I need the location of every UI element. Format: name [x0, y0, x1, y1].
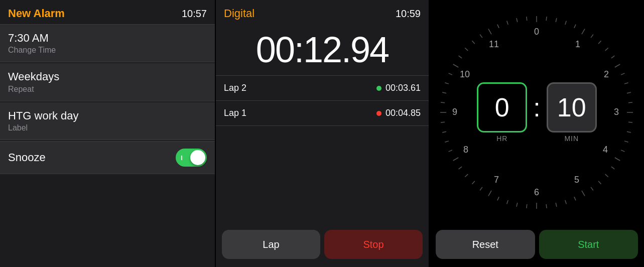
lap-2-label: Lap 2	[224, 83, 246, 93]
svg-text:5: 5	[574, 175, 579, 185]
lap-1-time: 00:04.85	[385, 108, 421, 118]
svg-text:4: 4	[603, 145, 608, 155]
svg-line-20	[615, 158, 620, 161]
svg-line-14	[628, 102, 632, 103]
alarm-panel: New Alarm 10:57 7:30 AM Change Time Week…	[0, 0, 215, 267]
toggle-i-label: I	[181, 154, 183, 162]
svg-line-41	[449, 150, 452, 152]
alarm-repeat-row[interactable]: Weekdays Repeat	[0, 63, 215, 101]
svg-line-50	[453, 64, 458, 67]
alarm-label-sub: Label	[8, 123, 207, 132]
svg-line-26	[574, 197, 576, 200]
svg-text:8: 8	[463, 145, 468, 155]
alarm-repeat-value: Weekdays	[8, 70, 207, 83]
svg-line-34	[497, 197, 499, 200]
svg-line-35	[488, 191, 491, 196]
alarm-rows: 7:30 AM Change Time Weekdays Repeat HTG …	[0, 24, 215, 174]
svg-line-44	[441, 122, 445, 122]
svg-text:7: 7	[494, 175, 499, 185]
svg-line-58	[517, 18, 518, 22]
svg-line-36	[480, 187, 482, 190]
start-button[interactable]: Start	[539, 230, 638, 259]
svg-line-55	[488, 29, 491, 34]
lap-row-2: Lap 2 00:03.61	[216, 76, 429, 101]
timer-hr-inner: 0	[477, 82, 527, 132]
svg-line-56	[497, 25, 499, 28]
timer-dial: 0 1 2 3 4 5 6 7 8 9 10 11 0 HR : 10	[430, 0, 644, 225]
svg-text:11: 11	[489, 39, 499, 49]
svg-text:0: 0	[534, 27, 539, 37]
svg-line-6	[591, 35, 593, 38]
toggle-track[interactable]: I	[176, 149, 207, 167]
svg-line-46	[441, 102, 445, 103]
svg-line-28	[556, 203, 557, 207]
svg-text:1: 1	[575, 39, 580, 49]
reset-button[interactable]: Reset	[436, 230, 535, 259]
stopwatch-buttons: Lap Stop	[216, 225, 429, 267]
svg-line-11	[621, 73, 624, 75]
svg-text:3: 3	[614, 107, 619, 117]
svg-line-38	[465, 174, 468, 177]
svg-line-1	[546, 17, 547, 21]
svg-line-32	[517, 203, 518, 207]
timer-hr-label: HR	[496, 135, 507, 143]
alarm-snooze-label: Snooze	[8, 151, 46, 164]
svg-line-17	[627, 131, 631, 132]
svg-text:10: 10	[460, 69, 470, 79]
svg-line-8	[605, 48, 608, 51]
alarm-header: New Alarm 10:57	[0, 0, 215, 24]
svg-line-9	[611, 56, 614, 58]
alarm-snooze-row[interactable]: Snooze I	[0, 141, 215, 174]
svg-line-39	[459, 167, 462, 169]
lap-2-dot	[376, 86, 381, 91]
timer-min-box[interactable]: 10 MIN	[547, 82, 597, 143]
svg-line-52	[465, 48, 468, 51]
snooze-toggle[interactable]: I	[176, 149, 207, 167]
svg-text:6: 6	[534, 187, 539, 197]
svg-line-48	[445, 83, 449, 84]
lap-1-right: 00:04.85	[376, 108, 421, 118]
lap-row-1: Lap 1 00:04.85	[216, 101, 429, 126]
stop-button[interactable]: Stop	[324, 230, 423, 259]
svg-line-49	[449, 73, 452, 75]
lap-button[interactable]: Lap	[222, 230, 320, 259]
stopwatch-main-time: 00:12.94	[216, 24, 429, 75]
svg-line-43	[442, 131, 446, 132]
alarm-time-value: 7:30 AM	[8, 32, 207, 45]
svg-line-21	[611, 167, 614, 169]
svg-text:9: 9	[452, 107, 457, 117]
stopwatch-header: Digital 10:59	[216, 0, 429, 24]
stopwatch-header-time: 10:59	[396, 8, 421, 20]
alarm-time-sub: Change Time	[8, 46, 207, 55]
svg-line-27	[565, 200, 566, 204]
stopwatch-title: Digital	[224, 7, 254, 20]
svg-line-18	[624, 141, 628, 142]
lap-1-dot	[376, 111, 381, 116]
svg-text:2: 2	[604, 69, 609, 79]
stopwatch-laps: Lap 2 00:03.61 Lap 1 00:04.85	[216, 76, 429, 225]
svg-line-13	[627, 92, 631, 93]
svg-line-31	[527, 204, 527, 208]
svg-line-40	[453, 158, 458, 161]
svg-line-47	[442, 92, 446, 93]
timer-controls-center: 0 HR : 10 MIN	[477, 82, 596, 143]
alarm-time-row[interactable]: 7:30 AM Change Time	[0, 24, 215, 62]
alarm-label-row[interactable]: HTG work day Label	[0, 102, 215, 140]
lap-1-label: Lap 1	[224, 108, 246, 118]
timer-hr-value: 0	[495, 92, 509, 122]
svg-line-57	[507, 21, 508, 25]
alarm-title: New Alarm	[8, 7, 65, 20]
lap-2-right: 00:03.61	[376, 83, 421, 93]
svg-line-10	[615, 64, 620, 67]
svg-line-22	[605, 174, 608, 177]
alarm-header-time: 10:57	[182, 8, 207, 20]
svg-line-33	[507, 200, 508, 204]
alarm-repeat-sub: Repeat	[8, 85, 207, 94]
stopwatch-panel: Digital 10:59 00:12.94 Lap 2 00:03.61 La…	[215, 0, 430, 267]
toggle-knob	[190, 150, 205, 165]
svg-line-25	[582, 191, 585, 196]
svg-line-59	[527, 17, 527, 21]
timer-hr-box[interactable]: 0 HR	[477, 82, 527, 143]
timer-colon: :	[533, 92, 540, 122]
svg-line-12	[624, 83, 628, 84]
